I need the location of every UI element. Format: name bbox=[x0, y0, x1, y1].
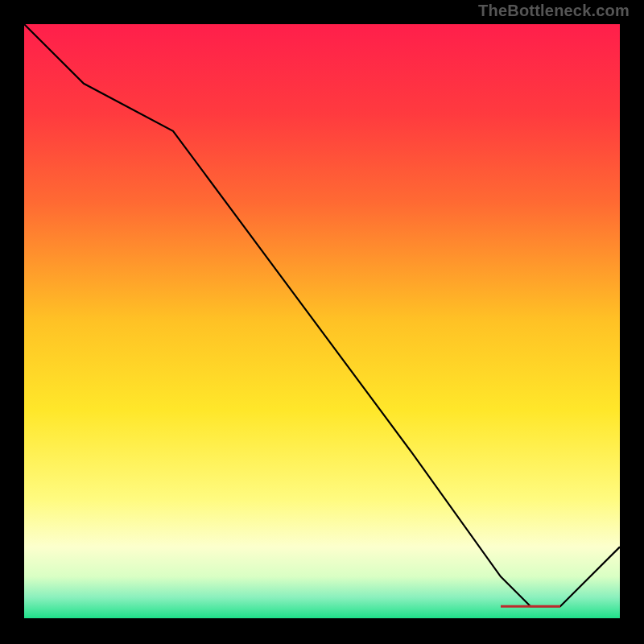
chart-root: TheBottleneck.com bbox=[0, 0, 644, 644]
plot-panel bbox=[24, 24, 620, 618]
gradient-background bbox=[24, 24, 620, 618]
watermark-text: TheBottleneck.com bbox=[478, 2, 630, 20]
chart-svg bbox=[24, 24, 620, 618]
plot-outer-border bbox=[12, 24, 632, 630]
